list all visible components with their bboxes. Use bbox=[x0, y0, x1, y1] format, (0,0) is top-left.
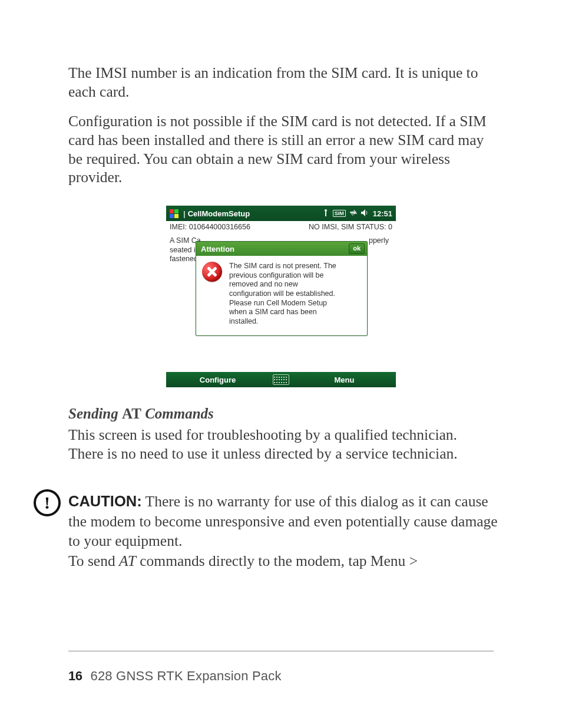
ok-button[interactable]: ok bbox=[349, 243, 365, 254]
footer-rule bbox=[68, 651, 494, 651]
title-separator: | bbox=[183, 209, 186, 218]
svg-rect-1 bbox=[325, 212, 326, 216]
para-imsi: The IMSI number is an indication from th… bbox=[68, 64, 492, 101]
info-row: IMEI: 010644000316656 NO IMSI, SIM STATU… bbox=[166, 221, 396, 231]
background-text-right: pperly bbox=[369, 236, 389, 245]
signal-icon bbox=[322, 209, 329, 218]
caution-line2a: To send bbox=[68, 552, 119, 569]
device-screenshot: | CellModemSetup SIM 12:51 IMEI: 0106440… bbox=[166, 205, 396, 387]
clock: 12:51 bbox=[373, 209, 392, 218]
footer-title: 628 GNSS RTK Expansion Pack bbox=[90, 668, 281, 683]
keyboard-icon[interactable] bbox=[273, 374, 289, 385]
heading-word-at: AT bbox=[122, 406, 141, 421]
svg-marker-2 bbox=[361, 209, 365, 216]
titlebar: | CellModemSetup SIM 12:51 bbox=[166, 206, 396, 221]
dialog-body: The SIM card is not present. The previou… bbox=[196, 256, 367, 335]
dialog-titlebar: Attention ok bbox=[196, 242, 367, 256]
caution-icon: ! bbox=[34, 489, 61, 516]
dialog-title-text: Attention bbox=[201, 245, 234, 253]
svg-point-0 bbox=[325, 209, 327, 212]
intro-paragraphs: The IMSI number is an indication from th… bbox=[68, 64, 492, 197]
page-footer: 16628 GNSS RTK Expansion Pack bbox=[68, 668, 282, 684]
section-heading: Sending AT Commands bbox=[68, 406, 214, 422]
softkey-bar: Configure Menu bbox=[166, 372, 396, 387]
windows-logo-icon bbox=[170, 209, 178, 218]
sync-icon bbox=[349, 209, 358, 218]
caution-block: CAUTION: There is no warranty for use of… bbox=[68, 492, 504, 571]
imei-label: IMEI: 010644000316656 bbox=[170, 223, 250, 231]
status-tray: SIM 12:51 bbox=[322, 209, 392, 218]
speaker-icon bbox=[361, 209, 369, 218]
error-icon bbox=[202, 262, 222, 282]
dialog-message: The SIM card is not present. The previou… bbox=[229, 262, 341, 326]
softkey-configure[interactable]: Configure bbox=[166, 375, 269, 384]
para-at-commands: This screen is used for troubleshooting … bbox=[68, 426, 492, 463]
caution-label: CAUTION: bbox=[68, 493, 142, 509]
page-number: 16 bbox=[68, 668, 82, 683]
sim-icon: SIM bbox=[333, 210, 346, 217]
caution-at-italic: AT bbox=[119, 552, 136, 569]
heading-word-sending: Sending bbox=[68, 406, 118, 421]
softkey-menu[interactable]: Menu bbox=[293, 375, 396, 384]
sim-status-label: NO IMSI, SIM STATUS: 0 bbox=[309, 223, 392, 231]
app-title: CellModemSetup bbox=[188, 209, 250, 218]
attention-dialog: Attention ok The SIM card is not present… bbox=[196, 241, 368, 336]
heading-word-commands: Commands bbox=[145, 406, 214, 421]
caution-line2b: commands directly to the modem, tap Menu… bbox=[136, 552, 418, 569]
para-config: Configuration is not possible if the SIM… bbox=[68, 112, 492, 187]
